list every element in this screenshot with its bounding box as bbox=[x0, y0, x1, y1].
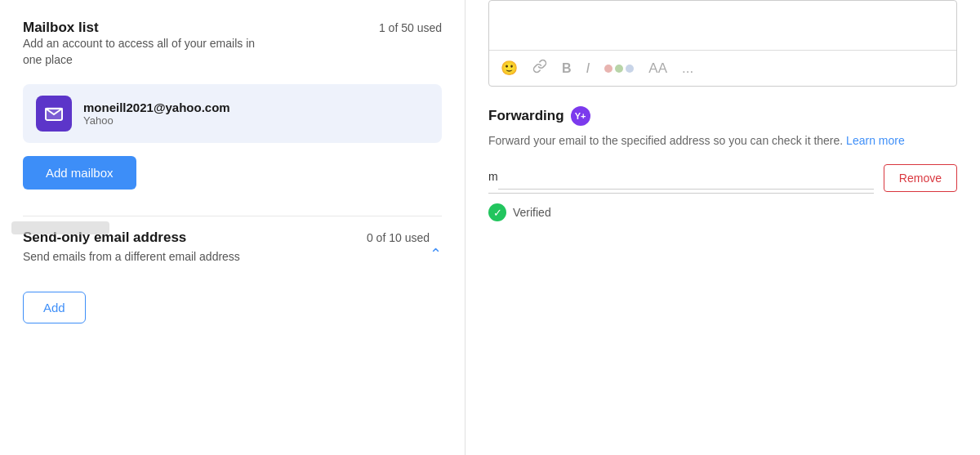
mailbox-section-header: Mailbox list Add an account to access al… bbox=[23, 20, 442, 81]
mailbox-email: moneill2021@yahoo.com bbox=[83, 100, 230, 114]
mailbox-usage: 1 of 50 used bbox=[379, 21, 442, 34]
envelope-icon bbox=[44, 104, 64, 123]
learn-more-link[interactable]: Learn more bbox=[846, 134, 905, 147]
color-circles-icon[interactable] bbox=[604, 65, 634, 73]
editor-content[interactable] bbox=[489, 1, 956, 50]
mailbox-item: moneill2021@yahoo.com Yahoo bbox=[23, 84, 442, 143]
send-only-section-left: Send-only email address 0 of 10 used Sen… bbox=[23, 230, 430, 279]
mailbox-section-left: Mailbox list Add an account to access al… bbox=[23, 20, 369, 81]
verified-check-icon: ✓ bbox=[488, 203, 506, 221]
color-circle-red bbox=[604, 65, 612, 73]
mailbox-provider-icon bbox=[36, 96, 72, 132]
add-mailbox-button[interactable]: Add mailbox bbox=[23, 156, 136, 190]
verified-row: ✓ Verified bbox=[488, 203, 957, 221]
signature-editor[interactable]: 🙂 B I AA ... bbox=[488, 0, 957, 87]
mailbox-title: Mailbox list bbox=[23, 20, 369, 36]
color-circle-green bbox=[615, 65, 623, 73]
italic-icon[interactable]: I bbox=[586, 60, 590, 77]
forwarding-description: Forward your email to the specified addr… bbox=[488, 132, 957, 149]
forwarding-input-wrapper: m bbox=[488, 163, 874, 194]
forwarding-title: Forwarding bbox=[488, 108, 564, 124]
forwarding-section: Forwarding Y+ Forward your email to the … bbox=[488, 87, 957, 221]
color-circle-blue bbox=[626, 65, 634, 73]
right-panel: 🙂 B I AA ... Forwarding bbox=[466, 0, 980, 455]
more-options-icon[interactable]: ... bbox=[682, 60, 693, 77]
send-only-description: Send emails from a different email addre… bbox=[23, 249, 268, 265]
verified-label: Verified bbox=[513, 206, 551, 219]
send-only-collapse-icon[interactable]: ⌃ bbox=[430, 245, 442, 263]
forwarding-header: Forwarding Y+ bbox=[488, 106, 957, 126]
input-prefix: m bbox=[488, 170, 498, 183]
forwarding-email-input[interactable] bbox=[498, 163, 874, 190]
forwarding-input-row: m Remove bbox=[488, 163, 957, 194]
mailbox-info: moneill2021@yahoo.com Yahoo bbox=[83, 100, 230, 127]
bold-icon[interactable]: B bbox=[562, 61, 572, 76]
yplus-badge: Y+ bbox=[571, 106, 590, 126]
section-divider bbox=[23, 216, 442, 216]
mailbox-provider-name: Yahoo bbox=[83, 114, 230, 127]
link-icon[interactable] bbox=[532, 59, 547, 78]
mailbox-description: Add an account to access all of your ema… bbox=[23, 36, 268, 68]
send-only-section-header: Send-only email address 0 of 10 used Sen… bbox=[23, 230, 442, 279]
send-only-usage: 0 of 10 used bbox=[367, 231, 430, 244]
add-send-only-button[interactable]: Add bbox=[23, 292, 86, 323]
emoji-icon[interactable]: 🙂 bbox=[501, 60, 518, 77]
editor-toolbar: 🙂 B I AA ... bbox=[489, 50, 956, 86]
remove-button[interactable]: Remove bbox=[884, 164, 957, 192]
font-size-icon[interactable]: AA bbox=[648, 60, 667, 77]
